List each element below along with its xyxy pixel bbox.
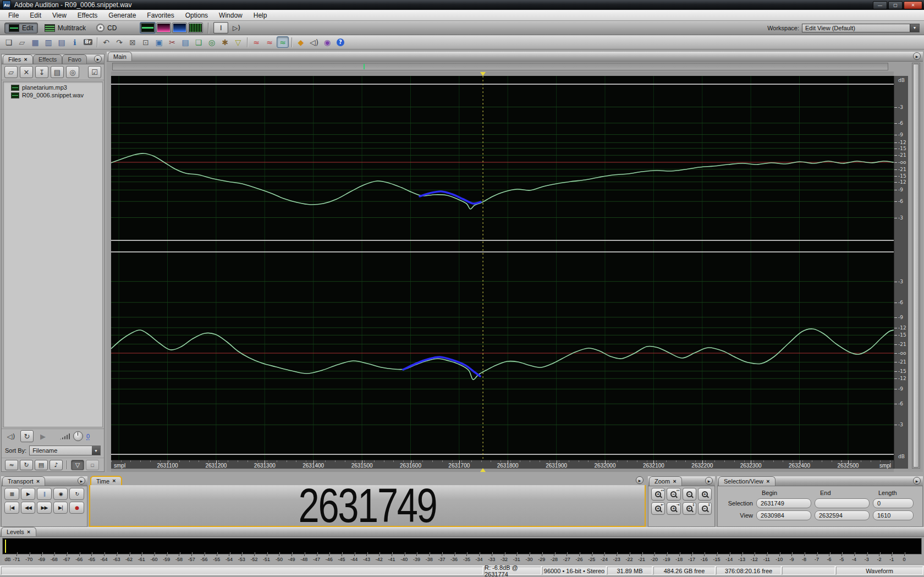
import-audio-button[interactable]: ↧ xyxy=(35,66,48,78)
playhead-top-marker[interactable] xyxy=(480,72,486,76)
tab-main[interactable]: Main xyxy=(108,52,132,61)
stop-button[interactable]: ■ xyxy=(4,488,19,500)
tab-transport[interactable]: Transport ✕ xyxy=(2,476,45,486)
view-end-field[interactable]: 2632594 xyxy=(815,510,870,520)
close-tab-icon[interactable]: ✕ xyxy=(112,479,116,483)
trim-button[interactable]: ⊡ xyxy=(140,36,152,48)
preview-volume-value[interactable]: 0 xyxy=(86,433,90,440)
spectral-pan-display-button[interactable] xyxy=(172,23,187,33)
maximize-button[interactable]: ▢ xyxy=(888,1,903,9)
panel-menu-icon[interactable]: ▶ xyxy=(913,52,921,60)
tab-levels[interactable]: Levels ✕ xyxy=(1,527,36,536)
panel-menu-icon[interactable]: ▶ xyxy=(705,477,713,485)
vertical-scrollbar[interactable] xyxy=(912,63,920,469)
chevron-down-icon[interactable]: ▼ xyxy=(92,446,100,455)
waveform-display-button[interactable] xyxy=(140,23,155,33)
menu-generate[interactable]: Generate xyxy=(103,10,141,20)
new-from-selection-button[interactable]: ✱ xyxy=(219,36,231,48)
amplitude-ruler[interactable]: dBdB-3-3-6-6-9-9-12-12-15-15-21-21-oo-3-… xyxy=(894,76,908,469)
tab-time[interactable]: Time ✕ xyxy=(90,476,122,485)
zoom-to-selection-button[interactable]: + xyxy=(698,488,712,501)
show-midi-files-toggle[interactable]: ♪ xyxy=(50,460,63,470)
multitrack-view-button[interactable]: Multitrack xyxy=(41,23,90,33)
panel-menu-icon[interactable]: ▶ xyxy=(94,55,102,63)
waveform-display[interactable] xyxy=(111,76,894,460)
close-tab-icon[interactable]: ✕ xyxy=(36,479,40,484)
file-info-button[interactable]: ℹ xyxy=(69,36,81,48)
close-tab-icon[interactable]: ✕ xyxy=(673,479,676,484)
menu-options[interactable]: Options xyxy=(180,10,213,20)
go-to-beginning-button[interactable]: |◀ xyxy=(4,502,19,514)
copy-button[interactable]: ▣ xyxy=(153,36,165,48)
menu-file[interactable]: File xyxy=(3,10,24,20)
convert-sample-type-button[interactable]: ◎ xyxy=(206,36,218,48)
close-tab-icon[interactable]: ✕ xyxy=(24,57,28,62)
show-video-files-toggle[interactable]: ▤ xyxy=(35,460,48,470)
file-item[interactable]: R09_0006.snippet.wav xyxy=(3,91,102,99)
zoom-out-full-button[interactable]: − xyxy=(683,488,696,501)
pause-button[interactable]: ∥ xyxy=(37,488,52,500)
tab-selection-view[interactable]: Selection/View ✕ xyxy=(718,476,776,486)
cut-button[interactable]: ✂ xyxy=(166,36,178,48)
time-selection-tool-button[interactable]: I xyxy=(213,22,228,34)
show-audio-files-toggle[interactable]: ≈ xyxy=(5,460,18,470)
bottom-marker-strip[interactable] xyxy=(111,469,894,472)
menu-view[interactable]: View xyxy=(47,10,72,20)
save-all-button[interactable]: ▤ xyxy=(56,36,68,48)
paste-to-new-button[interactable]: ❏ xyxy=(193,36,205,48)
close-file-button[interactable]: ✕ xyxy=(20,66,33,78)
menu-edit[interactable]: Edit xyxy=(25,10,46,20)
chevron-down-icon[interactable]: ▼ xyxy=(910,24,919,32)
close-tab-icon[interactable]: ✕ xyxy=(766,479,770,484)
redo-button[interactable]: ↷ xyxy=(113,36,125,48)
file-item[interactable]: planetarium.mp3 xyxy=(3,84,102,91)
sample-type-properties-button[interactable]: ◆ xyxy=(295,36,307,48)
scrub-tool-button[interactable]: ▷) xyxy=(229,23,243,33)
selection-begin-field[interactable]: 2631749 xyxy=(756,498,811,508)
view-begin-field[interactable]: 2630984 xyxy=(756,510,811,520)
preview-volume-knob[interactable] xyxy=(73,431,83,441)
loop-preview-toggle-button[interactable]: ↻ xyxy=(20,430,34,442)
level-meter[interactable] xyxy=(2,538,922,554)
zoom-in-right-edge-button[interactable]: +⇥ xyxy=(667,502,680,515)
tab-zoom[interactable]: Zoom ✕ xyxy=(649,476,682,486)
panel-menu-icon[interactable]: ▶ xyxy=(78,477,85,485)
insert-into-cd-button[interactable]: ◎ xyxy=(66,66,79,78)
save-button[interactable]: ▦ xyxy=(29,36,41,48)
panel-menu-icon[interactable]: ▶ xyxy=(913,477,921,485)
panel-menu-icon[interactable]: ▶ xyxy=(636,476,644,484)
undo-button[interactable]: ↶ xyxy=(100,36,112,48)
close-tab-icon[interactable]: ✕ xyxy=(27,530,31,535)
insert-into-multitrack-button[interactable]: ▤ xyxy=(51,66,64,78)
go-to-end-button[interactable]: ▶| xyxy=(53,502,68,514)
preview-play-button[interactable]: ▶ xyxy=(37,431,49,442)
menu-favorites[interactable]: Favorites xyxy=(142,10,179,20)
batch-filter-button[interactable]: ▽ xyxy=(232,36,244,48)
auto-play-toggle-button[interactable]: ◁) xyxy=(5,431,17,442)
fast-forward-button[interactable]: ▶▶ xyxy=(37,502,52,514)
time-readout[interactable]: 2631749 xyxy=(151,485,584,526)
cd-view-button[interactable]: CD xyxy=(92,23,120,33)
edit-view-button[interactable]: Edit xyxy=(4,23,38,34)
edit-left-channel-button[interactable]: ≈ xyxy=(250,36,262,48)
edit-both-channels-button[interactable]: ≈ xyxy=(277,36,289,48)
panel-options-toggle-button[interactable]: ☑ xyxy=(88,66,101,78)
play-from-cursor-button[interactable]: ◉ xyxy=(53,488,68,500)
edit-right-channel-button[interactable]: ≈ xyxy=(263,36,276,48)
menu-effects[interactable]: Effects xyxy=(73,10,102,20)
play-looped-button[interactable]: ↻ xyxy=(69,488,84,500)
new-file-button[interactable]: ❏ xyxy=(3,36,15,48)
rewind-button[interactable]: ◀◀ xyxy=(21,502,36,514)
help-button[interactable]: ? xyxy=(334,36,346,48)
tab-effects[interactable]: Effects xyxy=(33,54,62,64)
timeline-ruler[interactable]: smplsmpl26311002631200263130026314002631… xyxy=(111,460,894,469)
show-loop-files-toggle[interactable]: ↻ xyxy=(20,460,33,470)
adobe-bridge-button[interactable]: Br xyxy=(82,36,94,48)
play-button[interactable]: ▶ xyxy=(21,488,36,500)
menu-window[interactable]: Window xyxy=(214,10,248,20)
tab-favorites[interactable]: Favo xyxy=(62,54,86,64)
record-button[interactable]: ● xyxy=(69,502,84,514)
zoom-in-vertical-button[interactable]: +↕ xyxy=(683,502,696,515)
top-marker-strip[interactable] xyxy=(111,72,894,76)
selection-length-field[interactable]: 0 xyxy=(873,498,914,508)
